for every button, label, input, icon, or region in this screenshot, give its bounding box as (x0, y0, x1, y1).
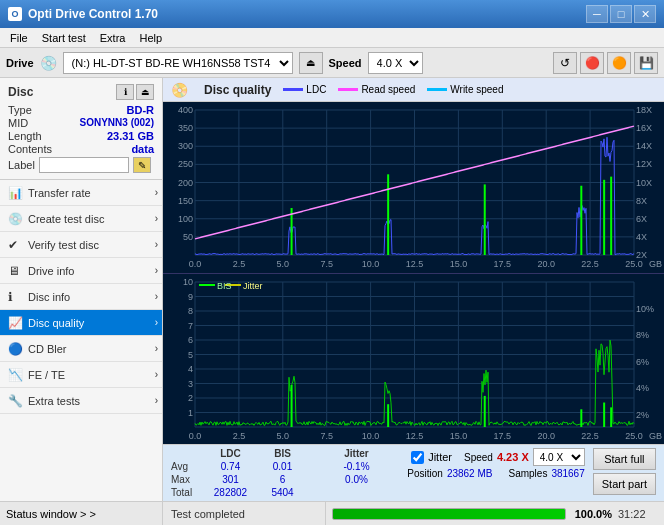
close-button[interactable]: ✕ (634, 5, 656, 23)
legend-read-speed-color (338, 88, 358, 91)
toolbar-btn-4[interactable]: 💾 (634, 52, 658, 74)
avg-jitter: -0.1% (329, 461, 384, 472)
disc-label-input[interactable] (39, 157, 129, 173)
drivebar: Drive 💿 (N:) HL-DT-ST BD-RE WH16NS58 TST… (0, 48, 664, 78)
toolbar-btn-2[interactable]: 🔴 (580, 52, 604, 74)
app-title: Opti Drive Control 1.70 (28, 7, 158, 21)
sidebar-item-disc-info[interactable]: ℹ Disc info › (0, 284, 162, 310)
disc-quality-icon-header: 📀 (171, 82, 188, 98)
drive-select[interactable]: (N:) HL-DT-ST BD-RE WH16NS58 TST4 (63, 52, 293, 74)
sidebar-item-drive-info[interactable]: 🖥 Drive info › (0, 258, 162, 284)
stats-header-jitter: Jitter (329, 448, 384, 459)
nav-label-create-test-disc: Create test disc (28, 213, 104, 225)
disc-eject-btn[interactable]: ⏏ (136, 84, 154, 100)
disc-quality-icon: 📈 (8, 316, 24, 330)
disc-quality-title: Disc quality (204, 83, 271, 97)
sidebar-item-create-test-disc[interactable]: 💿 Create test disc › (0, 206, 162, 232)
disc-mid-val: SONYNN3 (002) (80, 117, 154, 129)
right-panel: 📀 Disc quality LDC Read speed Write spee… (163, 78, 664, 525)
jitter-checkbox[interactable] (411, 451, 424, 464)
start-part-button[interactable]: Start part (593, 473, 656, 495)
progress-pct: 100.0% (572, 508, 612, 520)
disc-mid-row: MID SONYNN3 (002) (8, 117, 154, 129)
time-text: 31:22 (618, 508, 658, 520)
main-content: Disc ℹ ⏏ Type BD-R MID SONYNN3 (002) Len… (0, 78, 664, 525)
sidebar-item-cd-bler[interactable]: 🔵 CD Bler › (0, 336, 162, 362)
sidebar: Disc ℹ ⏏ Type BD-R MID SONYNN3 (002) Len… (0, 78, 163, 525)
sidebar-item-disc-quality[interactable]: 📈 Disc quality › (0, 310, 162, 336)
minimize-button[interactable]: ─ (586, 5, 608, 23)
sidebar-item-extra-tests[interactable]: 🔧 Extra tests › (0, 388, 162, 414)
nav-arrow-3: › (155, 265, 158, 276)
nav-arrow-2: › (155, 239, 158, 250)
bottom-status-bar: Test completed 100.0% 31:22 (163, 501, 664, 525)
legend-write-speed: Write speed (427, 84, 503, 95)
menu-extra[interactable]: Extra (94, 31, 132, 45)
legend-write-speed-label: Write speed (450, 84, 503, 95)
eject-button[interactable]: ⏏ (299, 52, 323, 74)
nav-label-drive-info: Drive info (28, 265, 74, 277)
sidebar-item-verify-test-disc[interactable]: ✔ Verify test disc › (0, 232, 162, 258)
disc-length-val: 23.31 GB (107, 130, 154, 142)
legend-read-speed: Read speed (338, 84, 415, 95)
extra-tests-icon: 🔧 (8, 394, 24, 408)
chart1-canvas (163, 102, 664, 273)
nav-arrow-1: › (155, 213, 158, 224)
position-label: Position (407, 468, 443, 479)
create-test-disc-icon: 💿 (8, 212, 24, 226)
speed-select-stats[interactable]: 4.0 X (533, 448, 585, 466)
chart2-canvas (163, 274, 664, 445)
window-controls[interactable]: ─ □ ✕ (586, 5, 656, 23)
stats-header-bis: BIS (260, 448, 305, 459)
titlebar-left: O Opti Drive Control 1.70 (8, 7, 158, 21)
nav-label-cd-bler: CD Bler (28, 343, 67, 355)
total-bis: 5404 (260, 487, 305, 498)
samples-label: Samples (508, 468, 547, 479)
disc-type-key: Type (8, 104, 32, 116)
nav-arrow-5: › (155, 317, 158, 328)
avg-label: Avg (171, 461, 201, 472)
toolbar-btn-1[interactable]: ↺ (553, 52, 577, 74)
verify-test-disc-icon: ✔ (8, 238, 24, 252)
jitter-label: Jitter (428, 451, 452, 463)
nav-arrow-7: › (155, 369, 158, 380)
disc-contents-val: data (131, 143, 154, 155)
nav-arrow-4: › (155, 291, 158, 302)
disc-length-key: Length (8, 130, 42, 142)
nav-label-disc-info: Disc info (28, 291, 70, 303)
stats-main: LDC BIS Jitter Avg 0.74 0.01 -0.1% Max 3… (171, 448, 384, 498)
nav-arrow-6: › (155, 343, 158, 354)
sidebar-item-fe-te[interactable]: 📉 FE / TE › (0, 362, 162, 388)
sidebar-item-transfer-rate[interactable]: 📊 Transfer rate › (0, 180, 162, 206)
disc-contents-row: Contents data (8, 143, 154, 155)
progress-area: 100.0% 31:22 (326, 508, 664, 520)
menu-start-test[interactable]: Start test (36, 31, 92, 45)
disc-label-row: Label ✎ (8, 157, 154, 173)
total-label: Total (171, 487, 201, 498)
menu-help[interactable]: Help (133, 31, 168, 45)
maximize-button[interactable]: □ (610, 5, 632, 23)
avg-ldc: 0.74 (203, 461, 258, 472)
transfer-rate-icon: 📊 (8, 186, 24, 200)
toolbar-icons: ↺ 🔴 🟠 💾 (553, 52, 658, 74)
disc-info-btn[interactable]: ℹ (116, 84, 134, 100)
menu-file[interactable]: File (4, 31, 34, 45)
disc-type-row: Type BD-R (8, 104, 154, 116)
start-full-button[interactable]: Start full (593, 448, 656, 470)
progress-bar-bg (332, 508, 566, 520)
disc-label-edit-btn[interactable]: ✎ (133, 157, 151, 173)
max-bis: 6 (260, 474, 305, 485)
speed-select[interactable]: 4.0 X (368, 52, 423, 74)
cd-bler-icon: 🔵 (8, 342, 24, 356)
disc-label-key: Label (8, 159, 35, 171)
position-val: 23862 MB (447, 468, 493, 479)
disc-info-icon: ℹ (8, 290, 24, 304)
status-window-button[interactable]: Status window > > (0, 501, 162, 525)
disc-icons: ℹ ⏏ (116, 84, 154, 100)
samples-val: 381667 (551, 468, 584, 479)
toolbar-btn-3[interactable]: 🟠 (607, 52, 631, 74)
position-row: Position 23862 MB Samples 381667 (407, 468, 584, 479)
nav-label-verify-test-disc: Verify test disc (28, 239, 99, 251)
legend-write-speed-color (427, 88, 447, 91)
nav-label-extra-tests: Extra tests (28, 395, 80, 407)
